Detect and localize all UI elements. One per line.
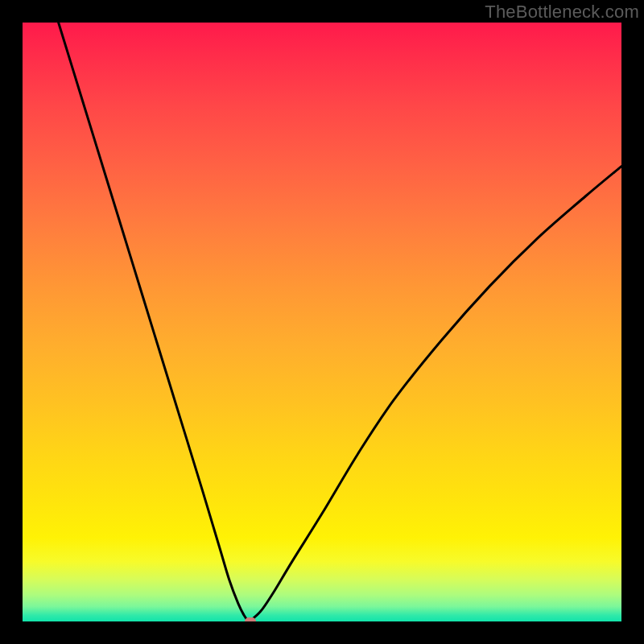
plot-area <box>23 23 621 621</box>
optimum-marker <box>245 617 256 621</box>
chart-frame: TheBottleneck.com <box>0 0 644 644</box>
watermark-text: TheBottleneck.com <box>485 2 639 23</box>
bottleneck-curve <box>23 23 621 621</box>
